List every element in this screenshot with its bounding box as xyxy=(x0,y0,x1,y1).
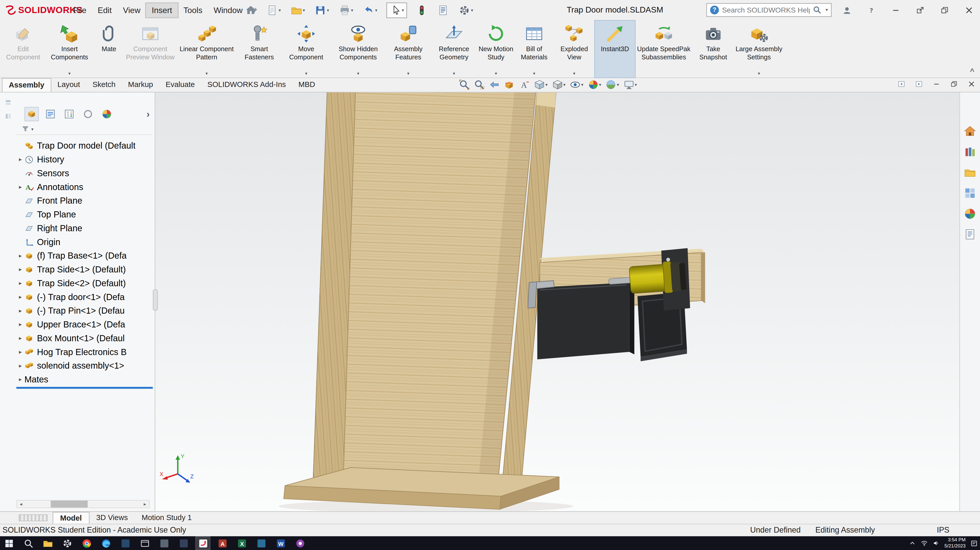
tray-volume-icon[interactable] xyxy=(933,539,940,547)
doc-tab-3d-views[interactable]: 3D Views xyxy=(89,512,135,524)
show-hidden-components-button[interactable]: Show Hidden Components▾ xyxy=(331,21,386,78)
viewport-pane-prev-button[interactable] xyxy=(897,80,905,88)
viewport-restore-button[interactable] xyxy=(950,80,958,88)
dropdown-caret-icon[interactable]: ▾ xyxy=(68,72,71,76)
tab-assembly[interactable]: Assembly xyxy=(2,78,51,92)
expand-arrow-icon[interactable]: ▸ xyxy=(16,294,25,300)
tray-chevron-icon[interactable] xyxy=(909,539,916,547)
restore-button[interactable] xyxy=(940,6,949,15)
fm-assembly-tab[interactable] xyxy=(25,107,38,120)
tree-item-top-plane[interactable]: Top Plane xyxy=(16,207,154,221)
panel-splitter-handle[interactable] xyxy=(153,289,158,310)
large-assembly-settings-button[interactable]: Large Assembly Settings▾ xyxy=(734,21,784,78)
take-snapshot-button[interactable]: Take Snapshot xyxy=(693,21,734,78)
solidworks-resources-tab[interactable] xyxy=(964,125,976,138)
expand-arrow-icon[interactable]: ▸ xyxy=(16,266,25,272)
tree-item-box-mount-1-defaul[interactable]: ▸Box Mount<1> (Defaul xyxy=(16,331,154,345)
fm-config-tab[interactable] xyxy=(63,107,76,120)
tree-item-solenoid-assembly-1[interactable]: ▸solenoid assembly<1> xyxy=(16,359,154,372)
tree-item-trap-door-model-default[interactable]: Trap Door model (Default xyxy=(16,139,154,153)
taskbar-settings-icon[interactable] xyxy=(60,537,74,550)
taskbar-clock[interactable]: 3:54 PM 5/21/2023 xyxy=(945,537,966,549)
viewport-minimize-button[interactable] xyxy=(932,80,940,88)
taskbar-start-icon[interactable] xyxy=(2,537,16,550)
graphics-area[interactable]: Y X Z xyxy=(155,92,959,511)
tree-item-trap-side-1-default[interactable]: ▸Trap Side<1> (Default) xyxy=(16,262,154,276)
fm-property-tab[interactable] xyxy=(44,107,57,120)
dropdown-caret-icon[interactable]: ▾ xyxy=(305,72,307,76)
taskbar-edge-icon[interactable] xyxy=(99,537,113,550)
expand-arrow-icon[interactable]: ▸ xyxy=(16,349,25,355)
tree-item-f-trap-base-1-defa[interactable]: ▸(f) Trap Base<1> (Defa xyxy=(16,249,154,262)
taskbar-app-2-icon[interactable] xyxy=(138,537,151,550)
zoom-to-fit-button[interactable] xyxy=(459,79,470,90)
trap-door-3d-model[interactable] xyxy=(155,92,959,511)
search-input[interactable] xyxy=(722,6,810,14)
scroll-right-icon[interactable]: ▸ xyxy=(141,501,149,507)
previous-view-button[interactable] xyxy=(489,79,500,90)
view-palette-tab[interactable] xyxy=(964,187,976,200)
tree-item-annotations[interactable]: ▸AAnnotations xyxy=(16,180,154,194)
gutter-icon-2[interactable] xyxy=(4,113,12,120)
tree-item-mates[interactable]: ▸Mates xyxy=(16,372,154,386)
tray-wifi-icon[interactable] xyxy=(921,539,928,547)
tree-item-sensors[interactable]: Sensors xyxy=(16,166,154,180)
insert-components-button[interactable]: Insert Components▾ xyxy=(45,21,94,78)
file-properties-button[interactable] xyxy=(436,4,450,17)
expand-arrow-icon[interactable]: ▸ xyxy=(16,307,25,314)
user-button[interactable] xyxy=(842,6,852,15)
tab-mbd[interactable]: MBD xyxy=(292,78,321,92)
dropdown-caret-icon[interactable]: ▾ xyxy=(533,72,535,76)
mate-button[interactable]: Mate xyxy=(94,21,124,78)
tab-sketch[interactable]: Sketch xyxy=(86,78,122,92)
exploded-view-button[interactable]: Exploded View▾ xyxy=(554,21,595,78)
zoom-to-area-button[interactable] xyxy=(474,79,485,90)
scrollbar-track[interactable] xyxy=(25,501,141,507)
scrollbar-thumb[interactable] xyxy=(50,501,88,507)
tree-filter[interactable]: ▾ xyxy=(16,124,152,135)
expand-arrow-icon[interactable]: ▸ xyxy=(16,280,25,286)
tab-layout[interactable]: Layout xyxy=(51,78,86,92)
bill-of-materials-button[interactable]: Bill of Materials▾ xyxy=(515,21,554,78)
dropdown-caret-icon[interactable]: ▾ xyxy=(453,72,455,76)
taskbar-solidworks-icon[interactable] xyxy=(196,537,210,550)
taskbar-app-3-icon[interactable] xyxy=(157,537,171,550)
units-selector[interactable]: IPS xyxy=(937,526,949,534)
panel-expand-icon[interactable]: › xyxy=(146,108,150,119)
linear-component-pattern-button[interactable]: Linear Component Pattern▾ xyxy=(177,21,237,78)
expand-arrow-icon[interactable]: ▸ xyxy=(16,184,25,190)
taskbar-search-icon[interactable] xyxy=(21,537,35,550)
menu-tools[interactable]: Tools xyxy=(178,3,208,17)
tree-item-upper-brace-1-defa[interactable]: ▸Upper Brace<1> (Defa xyxy=(16,318,154,331)
tree-item-origin[interactable]: Origin xyxy=(16,235,154,249)
tree-item-hog-trap-electronics-b[interactable]: ▸Hog Trap Electronics B xyxy=(16,345,154,359)
appearances-scenes-tab[interactable] xyxy=(964,207,976,220)
dropdown-caret-icon[interactable]: ▾ xyxy=(495,72,497,76)
dropdown-caret-icon[interactable]: ▾ xyxy=(357,72,360,76)
taskbar-app-6-icon[interactable] xyxy=(293,537,307,550)
custom-properties-tab[interactable] xyxy=(964,228,976,241)
home-button[interactable] xyxy=(244,4,257,17)
expand-arrow-icon[interactable]: ▸ xyxy=(16,321,25,327)
assembly-features-button[interactable]: Assembly Features▾ xyxy=(386,21,431,78)
expand-arrow-icon[interactable]: ▸ xyxy=(16,156,25,162)
tab-solidworks-add-ins[interactable]: SOLIDWORKS Add-Ins xyxy=(201,78,292,92)
expand-arrow-icon[interactable]: ▸ xyxy=(16,362,25,369)
fm-dimxpert-tab[interactable] xyxy=(81,107,94,120)
menu-edit[interactable]: Edit xyxy=(92,3,118,17)
taskbar-app-5-icon[interactable] xyxy=(255,537,268,550)
tab-markup[interactable]: Markup xyxy=(122,78,159,92)
new-document-button[interactable]: ▾ xyxy=(266,4,282,17)
doc-tab-motion-study-1[interactable]: Motion Study 1 xyxy=(135,512,199,524)
menu-file[interactable]: File xyxy=(68,3,92,17)
menu-view[interactable]: View xyxy=(118,3,146,17)
taskbar-app-4-icon[interactable] xyxy=(177,537,190,550)
gutter-icon-1[interactable] xyxy=(4,99,12,106)
select-cursor-button[interactable]: ▾ xyxy=(386,3,407,18)
tab-evaluate[interactable]: Evaluate xyxy=(159,78,201,92)
update-speedpak-button[interactable]: Update SpeedPak Subassemblies xyxy=(635,21,693,78)
options-button[interactable]: ▾ xyxy=(458,4,474,17)
dropdown-caret-icon[interactable]: ▾ xyxy=(758,72,760,76)
rebuild-light-button[interactable] xyxy=(415,4,428,17)
smart-fasteners-button[interactable]: Smart Fasteners xyxy=(237,21,282,78)
